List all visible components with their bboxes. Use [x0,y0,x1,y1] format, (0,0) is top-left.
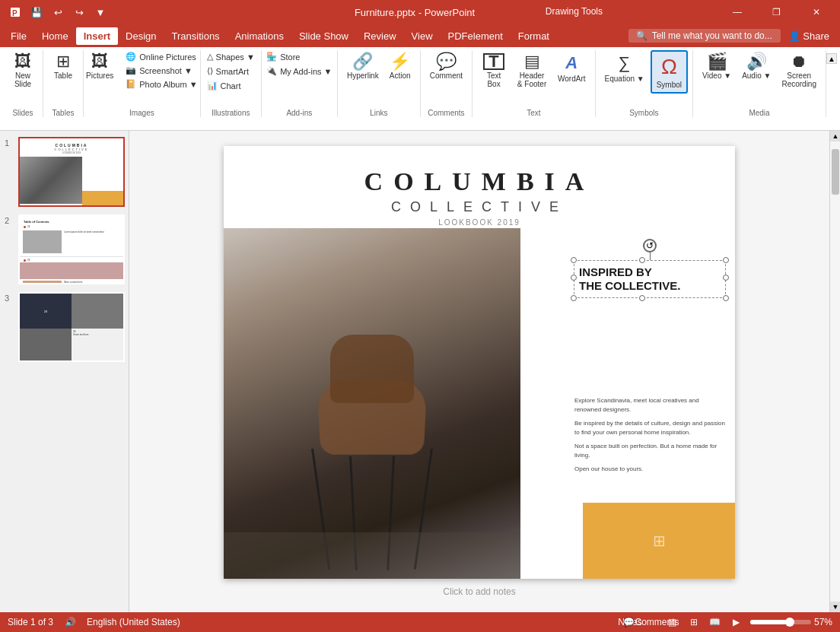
equations-label: Equation ▼ [605,75,644,83]
ribbon-expand-button[interactable]: ▲ [826,53,837,64]
store-button[interactable]: 🏪 Store [262,50,304,63]
handle-ml[interactable] [571,275,577,281]
table-button[interactable]: ⊞ Table [48,50,78,83]
handle-tr[interactable] [723,257,729,263]
rotate-handle-line [650,252,651,260]
symbol-button[interactable]: Ω Symbol [651,50,688,94]
pictures-button[interactable]: 🖼 Pictures [81,50,118,83]
thumb-img-left-1 [20,157,82,204]
quick-access-toolbar: P 💾 ↩ ↪ ▼ [6,3,110,21]
reading-view-button[interactable]: 📖 [708,615,723,630]
menu-design[interactable]: Design [118,27,164,45]
rotate-handle-area: ↺ [643,239,657,260]
shapes-button[interactable]: △ Shapes ▼ [202,50,259,63]
audio-button[interactable]: 🔊 Audio ▼ [737,50,775,83]
scroll-track[interactable] [830,141,840,602]
notes-area[interactable]: Click to add notes [224,586,735,597]
slide-sorter-button[interactable]: ⊞ [686,615,702,630]
screenshot-button[interactable]: 📷 Screenshot ▼ [121,64,202,77]
screen-recording-button[interactable]: ⏺ ScreenRecording [777,50,821,91]
photo-album-button[interactable]: 📔 Photo Album ▼ [121,78,202,91]
smartart-button[interactable]: ⟨⟩ SmartArt [202,65,253,78]
powerpoint-icon[interactable]: P [6,3,24,21]
header-footer-button[interactable]: ▤ Header& Footer [512,50,552,91]
handle-br[interactable] [723,295,729,301]
comment-button[interactable]: 💬 Comment [425,50,467,83]
action-button[interactable]: ⚡ Action [385,50,415,83]
normal-view-button[interactable]: ▤ [665,615,680,630]
wordart-icon: A [565,53,578,73]
scroll-down-button[interactable]: ▼ [830,602,840,612]
undo-button[interactable]: ↩ [49,3,67,21]
slide-text-box[interactable]: INSPIRED BY THE COLLECTIVE. ↺ [574,260,726,298]
ribbon: 🖼 NewSlide Slides ⊞ Table Tables 🖼 [0,47,840,131]
slide-gold-bar: ⊞ [583,503,735,579]
minimize-button[interactable]: — [720,0,755,24]
menu-review[interactable]: Review [356,27,404,45]
handle-mr[interactable] [723,275,729,281]
textbox-button[interactable]: T TextBox [477,50,511,91]
menu-format[interactable]: Format [511,27,557,45]
menu-insert[interactable]: Insert [76,27,118,45]
comment-icon: 💬 [436,53,457,70]
share-button[interactable]: 👤 Share [781,27,837,45]
menu-file[interactable]: File [3,27,34,45]
slide-canvas[interactable]: COLUMBIA COLLECTIVE LOOKBOOK 2019 [224,146,735,579]
action-label: Action [390,71,411,80]
menu-animations[interactable]: Animations [228,27,291,45]
zoom-area: 57% [750,617,832,627]
online-pictures-button[interactable]: 🌐 Online Pictures [121,50,202,63]
rotate-handle[interactable]: ↺ [643,239,657,252]
save-button[interactable]: 💾 [27,3,46,21]
close-button[interactable]: ✕ [799,0,834,24]
video-button[interactable]: 🎬 Video ▼ [698,50,736,83]
slide-thumb-1[interactable]: 1 COLUMBIA COLLECTIVE LOOKBOOK 2019 [5,137,124,207]
slide-info: Slide 1 of 3 [8,617,53,627]
screen-recording-icon: ⏺ [791,53,807,70]
menu-home[interactable]: Home [34,27,76,45]
my-addins-icon: 🔌 [266,66,277,76]
menu-pdfelement[interactable]: PDFelement [441,27,511,45]
slide-thumb-3[interactable]: 3 28 30Some text here [5,292,124,362]
restore-button[interactable]: ❐ [759,0,794,24]
equations-button[interactable]: ∑ Equation ▼ [600,50,649,86]
my-addins-button[interactable]: 🔌 My Add-ins ▼ [262,65,336,78]
screen-recording-label: ScreenRecording [781,71,816,88]
online-pictures-icon: 🌐 [126,52,136,62]
title-bar: P 💾 ↩ ↪ ▼ Furniture.pptx - PowerPoint Dr… [0,0,840,24]
scroll-up-button[interactable]: ▲ [830,131,840,141]
hyperlink-button[interactable]: 🔗 Hyperlink [342,50,383,83]
vertical-scrollbar: ▲ ▼ [829,131,840,612]
media-group-label: Media [749,109,769,117]
chart-button[interactable]: 📊 Chart [202,79,246,92]
menu-bar: File Home Insert Design Transitions Anim… [0,24,840,47]
header-footer-icon: ▤ [524,53,540,70]
tell-me-search[interactable]: 🔍 Tell me what you want to do... [628,29,781,43]
hyperlink-icon: 🔗 [352,53,373,70]
tables-group-items: ⊞ Table [48,50,78,107]
photo-album-label: Photo Album ▼ [139,80,197,89]
illustrations-group-label: Illustrations [212,109,250,117]
zoom-slider[interactable] [750,620,811,624]
handle-bm[interactable] [639,295,645,301]
symbol-label: Symbol [657,81,682,89]
menu-transitions[interactable]: Transitions [164,27,228,45]
wordart-button[interactable]: A WordArt [553,50,590,86]
slideshow-button[interactable]: ▶ [729,615,744,630]
comments-button[interactable]: 💬 Comments [644,615,659,630]
new-slide-button[interactable]: 🖼 NewSlide [8,50,38,91]
slide-thumb-2[interactable]: 2 Table of Contents 24 Lorem ipsum dolor… [5,214,124,284]
audio-icon: 🔊 [746,53,767,70]
handle-tl[interactable] [571,257,577,263]
slide-notes-icon[interactable]: 🔊 [62,615,78,630]
scroll-thumb[interactable] [832,149,839,195]
menu-view[interactable]: View [404,27,441,45]
redo-button[interactable]: ↪ [70,3,88,21]
menu-slideshow[interactable]: Slide Show [291,27,356,45]
slide-num-3: 3 [5,294,14,303]
zoom-thumb[interactable] [785,618,794,627]
my-addins-label: My Add-ins ▼ [280,67,332,76]
svg-text:P: P [12,9,18,17]
handle-bl[interactable] [571,295,577,301]
customize-qat-button[interactable]: ▼ [91,3,110,21]
